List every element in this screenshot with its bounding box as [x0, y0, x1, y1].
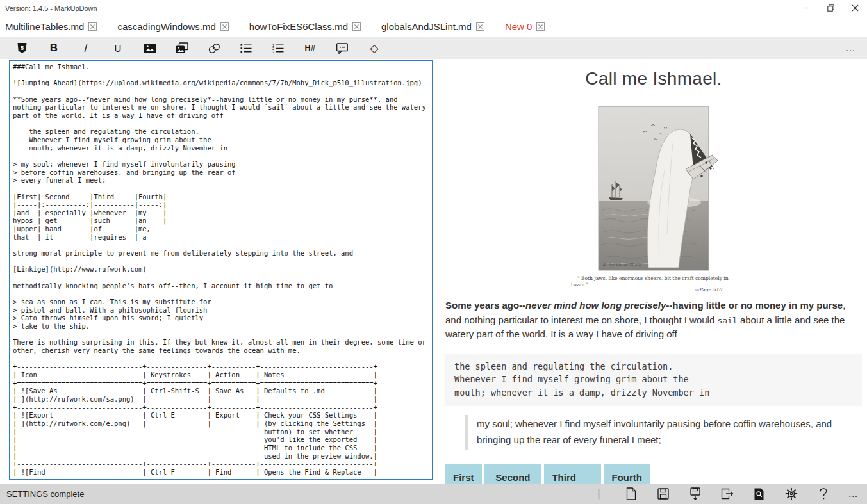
formatting-toolbar: 5 B / U 123 H# ◇ ... [0, 37, 867, 59]
save-icon[interactable] [656, 487, 670, 501]
comment-icon[interactable] [334, 40, 350, 56]
html5-icon[interactable]: 5 [14, 40, 29, 56]
svg-text:5: 5 [21, 45, 24, 51]
new-document-icon[interactable] [624, 487, 638, 501]
minimize-icon[interactable] [794, 0, 818, 16]
image-caption-line1: " Both jaws, like enormous shears, bit t… [577, 275, 729, 281]
table-header-cell: Fourth [604, 464, 649, 484]
bullet-list-icon[interactable] [238, 40, 254, 56]
plus-icon[interactable] [592, 487, 606, 501]
preview-paragraph: Some years ago--never mind how long prec… [445, 298, 862, 342]
preview-blockquote: my soul; whenever I find myself involunt… [465, 415, 836, 450]
link-icon[interactable] [206, 40, 222, 56]
preview-table: First Second Third Fourth and especially… [443, 461, 652, 484]
tab-multilinetables[interactable]: MultilineTables.md [5, 21, 97, 32]
tab-close-icon[interactable] [220, 22, 229, 31]
title-bar: Version: 1.4.5 - MarkUpDown [0, 0, 867, 16]
status-message: SETTINGS complete [6, 489, 84, 499]
tab-howtofixes6class[interactable]: howToFixES6Class.md [249, 21, 361, 32]
close-icon[interactable] [843, 0, 867, 16]
save-as-icon[interactable] [688, 487, 702, 501]
window-controls [794, 0, 867, 16]
bold-text: --having little or no money in my purse [666, 300, 843, 311]
underline-icon[interactable]: U [110, 40, 126, 56]
preview-code-block: the spleen and regulating the circulatio… [445, 354, 862, 407]
image-icon[interactable] [142, 40, 158, 56]
restore-icon[interactable] [818, 0, 843, 16]
preview-heading: Call me Ishmael. [445, 69, 862, 89]
numbered-list-icon[interactable]: 123 [270, 40, 286, 56]
tab-cascadingwindows[interactable]: cascadingWindows.md [117, 21, 228, 32]
window-title: Version: 1.4.5 - MarkUpDown [0, 4, 97, 12]
image-caption-line2: twain." [571, 282, 588, 288]
tab-close-icon[interactable] [88, 22, 97, 31]
tab-label: New 0 [505, 21, 533, 32]
italic-icon[interactable]: / [78, 40, 94, 56]
inline-code: sail [717, 316, 737, 325]
tab-label: cascadingWindows.md [117, 21, 215, 32]
tab-globalsandjslint[interactable]: globalsAndJSLint.md [381, 21, 484, 32]
settings-icon[interactable] [784, 487, 798, 501]
svg-text:3: 3 [272, 50, 274, 53]
table-header-cell: Third [544, 464, 601, 484]
bold-italic-text: never mind how long precisely [525, 300, 666, 311]
heading-rule [445, 97, 862, 97]
tab-label: globalsAndJSLint.md [381, 21, 472, 32]
tab-close-icon[interactable] [536, 22, 545, 31]
images-icon[interactable] [174, 40, 190, 56]
markdown-source-text[interactable]: ###Call me Ishmael. ![Jumping Ahead](htt… [13, 63, 429, 476]
tab-close-icon[interactable] [352, 22, 361, 31]
table-header-cell: Second [484, 464, 542, 484]
export-icon[interactable] [720, 487, 734, 501]
table-header-cell: First [445, 464, 482, 484]
help-icon[interactable] [816, 487, 830, 501]
illustrator-signature: A. Burnham Shute [602, 263, 642, 268]
image-caption-page: —Page 510. [694, 287, 723, 292]
heading-icon[interactable]: H# [302, 40, 318, 56]
table-header-row: First Second Third Fourth [445, 464, 650, 484]
moby-dick-illustration: A. Burnham Shute " Both jaws, like enorm… [445, 105, 862, 295]
markdown-editor[interactable]: ###Call me Ishmael. ![Jumping Ahead](htt… [9, 60, 433, 480]
tab-close-icon[interactable] [476, 22, 484, 31]
status-bar-actions: ... [592, 487, 858, 501]
markdown-preview: Call me Ishmael. [434, 60, 867, 484]
text-caret [13, 63, 13, 70]
tab-bar: MultilineTables.md cascadingWindows.md h… [0, 16, 867, 37]
more-icon[interactable]: ... [848, 489, 858, 499]
toolbar-more-button[interactable]: ... [846, 43, 855, 53]
tab-label: howToFixES6Class.md [249, 21, 348, 32]
find-icon[interactable] [752, 487, 766, 501]
tab-new-0[interactable]: New 0 [505, 21, 545, 32]
bold-text: Some years ago-- [445, 300, 525, 311]
markupdown-window: Version: 1.4.5 - MarkUpDown MultilineTab… [0, 0, 867, 504]
bold-icon[interactable]: B [46, 40, 62, 56]
status-bar: SETTINGS complete [0, 484, 867, 504]
tab-label: MultilineTables.md [5, 21, 84, 32]
diamond-icon[interactable]: ◇ [367, 40, 382, 56]
